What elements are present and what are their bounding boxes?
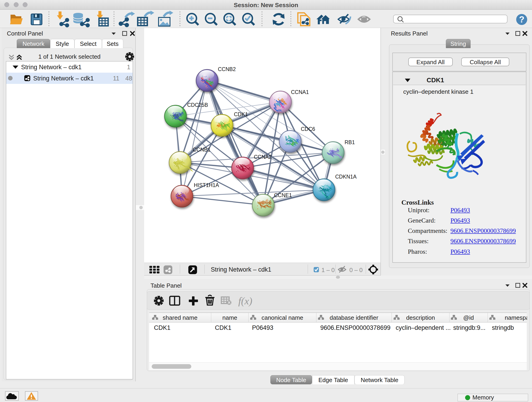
svg-text:?: ? (519, 15, 524, 24)
svg-text:f(x): f(x) (238, 295, 252, 307)
